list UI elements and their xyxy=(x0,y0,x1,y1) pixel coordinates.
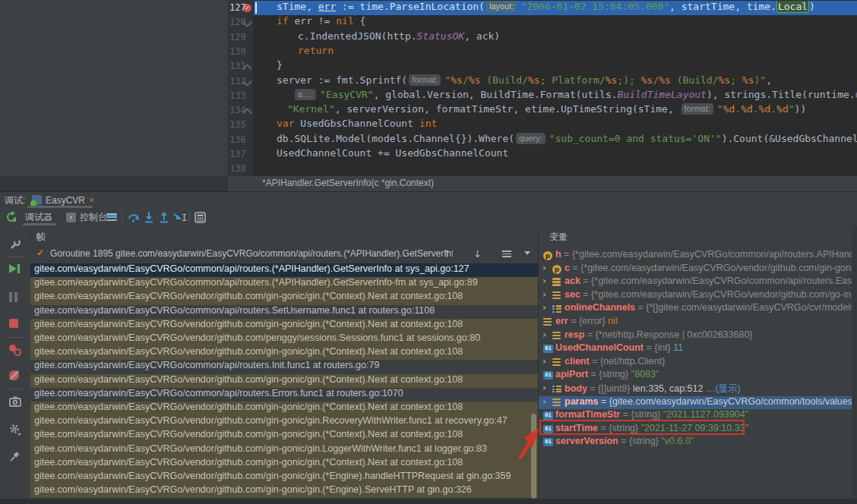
pin-icon xyxy=(9,451,21,462)
settings-wrench-button[interactable] xyxy=(9,238,21,250)
variable-row[interactable]: ›pc = {*gitee.com/easydarwin/EasyCVRGo/v… xyxy=(539,263,852,276)
stack-frame-row[interactable]: gitee.com/easydarwin/EasyCVRGo/common/ap… xyxy=(30,277,538,291)
stack-frame-row[interactable]: gitee.com/easydarwin/EasyCVRGo/vendor/gi… xyxy=(30,429,538,443)
variables-scrollbar-gutter[interactable] xyxy=(852,226,857,504)
expand-chevron-icon[interactable]: › xyxy=(542,276,546,286)
run-to-cursor-button[interactable]: I xyxy=(173,210,187,224)
goroutine-selector[interactable]: ✓ Goroutine 1895 gitee.com/easydarwin/Ea… xyxy=(30,244,538,264)
code-line[interactable]: UsedChannelCount += UsedGbsChannelCount xyxy=(254,147,857,162)
variable-row[interactable]: ›resp = {*net/http.Response | 0xc0026336… xyxy=(539,329,852,343)
code-editor[interactable]: sTime, err := time.ParseInLocation(layou… xyxy=(254,0,857,176)
value-part: "8083" xyxy=(631,369,659,380)
equals-sign: = xyxy=(590,356,600,367)
code-line[interactable]: a…:"EasyCVR", global.Version, BuildTime.… xyxy=(254,89,857,103)
close-icon[interactable]: × xyxy=(89,195,94,206)
stop-button[interactable] xyxy=(9,319,21,331)
stack-frame-row[interactable]: gitee.com/easydarwin/EasyCVRGo/common/ap… xyxy=(30,388,538,402)
code-line[interactable]: } xyxy=(254,59,857,74)
resume-button[interactable] xyxy=(9,264,21,276)
step-over-button[interactable] xyxy=(128,210,140,224)
stack-frame-row[interactable]: gitee.com/easydarwin/EasyCVRGo/vendor/gi… xyxy=(30,402,538,415)
stack-frame-row[interactable]: gitee.com/easydarwin/EasyCVRGo/vendor/gi… xyxy=(30,415,538,429)
stack-frame-row[interactable]: gitee.com/easydarwin/EasyCVRGo/vendor/gi… xyxy=(30,484,538,498)
debug-toolbar: 调试器 › 控制台 xyxy=(0,208,857,227)
variable-row[interactable]: ›body = {[]uint8} len:335, cap:512 …(显示) xyxy=(539,383,852,396)
stack-frame-row[interactable]: gitee.com/easydarwin/EasyCVRGo/vendor/gi… xyxy=(30,457,538,471)
debug-panel-label: 调试: xyxy=(5,194,25,207)
expand-chevron-icon[interactable]: › xyxy=(542,302,546,313)
evaluate-expression-button[interactable] xyxy=(194,210,206,224)
equals-sign: = xyxy=(618,436,629,446)
code-line[interactable]: if err != nil { xyxy=(254,15,857,30)
array-icon xyxy=(552,385,561,393)
editor-gutter[interactable]: ✓127128129130131132133134135136137138 xyxy=(228,0,254,176)
stack-frame-row[interactable]: gitee.com/easydarwin/EasyCVRGo/common/ap… xyxy=(30,263,538,277)
variable-name: h xyxy=(555,249,561,260)
frame-down-icon[interactable]: ↓ xyxy=(473,248,482,260)
tab-easycvr-label: EasyCVR xyxy=(46,195,85,206)
chevron-down-icon[interactable] xyxy=(524,251,530,255)
expand-chevron-icon[interactable]: › xyxy=(542,396,546,407)
variable-text: onlineChannels = {*[]gitee.com/easydarwi… xyxy=(564,302,852,313)
tab-console[interactable]: › 控制台 xyxy=(66,210,107,224)
code-line[interactable]: var UsedGbsChannelCount int xyxy=(254,118,857,132)
variable-row[interactable]: err = {error} nil xyxy=(539,316,852,329)
variable-name: sec xyxy=(564,289,580,300)
stack-frame-row[interactable]: gitee.com/easydarwin/EasyCVRGo/common/ap… xyxy=(30,360,538,373)
stack-view-icon[interactable] xyxy=(502,250,511,257)
code-line[interactable]: server := fmt.Sprintf(format:"%s/%s (Bui… xyxy=(254,74,857,89)
view-breakpoints-button[interactable] xyxy=(9,345,21,357)
stack-frame-row[interactable]: gitee.com/easydarwin/EasyCVRGo/vendor/gi… xyxy=(30,374,538,388)
stack-frame-row[interactable]: gitee.com/easydarwin/EasyCVRGo/vendor/gi… xyxy=(30,332,538,346)
variable-row[interactable]: 01apiPort = {string} "8083" xyxy=(539,369,852,383)
value-part: {*net/http.Response | 0xc002633680} xyxy=(596,329,753,340)
code-token: nil xyxy=(336,15,353,27)
show-link[interactable]: (显示) xyxy=(715,383,740,394)
camera-button[interactable] xyxy=(9,396,21,408)
layout-options-button[interactable] xyxy=(106,210,117,224)
expand-chevron-icon[interactable]: › xyxy=(542,356,546,367)
stack-frame-row[interactable]: gitee.com/easydarwin/EasyCVRGo/vendor/gi… xyxy=(30,319,538,332)
debugger-settings-button[interactable] xyxy=(9,424,21,436)
variable-row[interactable]: ›client = {net/http.Client} xyxy=(539,356,852,370)
code-line[interactable]: db.SQLite.Model(models.Channel{}).Where(… xyxy=(254,133,857,147)
code-line[interactable]: "Kernel", serverVersion, formatTimeStr, … xyxy=(254,103,857,118)
code-token: Local xyxy=(776,1,809,13)
code-line[interactable]: sTime, err := time.ParseInLocation(layou… xyxy=(254,1,857,15)
rerun-button[interactable] xyxy=(5,210,17,224)
variable-row[interactable]: ›params = {gitee.com/easydarwin/EasyCVRG… xyxy=(539,396,852,410)
code-token: layout: xyxy=(486,1,517,12)
step-into-button[interactable] xyxy=(144,210,154,224)
step-out-button[interactable] xyxy=(159,210,169,224)
stack-frame-row[interactable]: gitee.com/easydarwin/EasyCVRGo/vendor/gi… xyxy=(30,291,538,304)
breadcrumb[interactable]: *APIHandler.GetServerInfo(c *gin.Context… xyxy=(262,178,434,188)
expand-chevron-icon[interactable]: › xyxy=(542,329,546,340)
line-number: 131 xyxy=(228,59,253,74)
code-token: server := fmt.Sprintf( xyxy=(277,74,407,86)
expand-chevron-icon[interactable]: › xyxy=(542,383,546,393)
variable-row[interactable]: 01UsedChannelCount = {int} 11 xyxy=(539,342,852,356)
stack-frame-row[interactable]: gitee.com/easydarwin/EasyCVRGo/vendor/gi… xyxy=(30,471,538,484)
stack-frame-row[interactable]: gitee.com/easydarwin/EasyCVRGo/vendor/gi… xyxy=(30,443,538,457)
variable-row[interactable]: ›onlineChannels = {*[]gitee.com/easydarw… xyxy=(539,302,852,316)
expand-chevron-icon[interactable]: › xyxy=(542,263,546,273)
mute-breakpoints-button[interactable] xyxy=(9,370,21,383)
tab-debugger[interactable]: 调试器 xyxy=(25,210,52,224)
code-line[interactable]: return xyxy=(254,45,857,59)
variable-row[interactable]: ›sec = {*gitee.com/easydarwin/EasyCVRGo/… xyxy=(539,289,852,303)
pin-button[interactable] xyxy=(9,451,21,463)
bottom-strip xyxy=(0,499,857,504)
code-line[interactable] xyxy=(254,162,857,176)
value-part: {*gitee.com/easydarwin/EasyCVRGo/vendor/… xyxy=(580,263,852,273)
variable-row[interactable]: 01serverVersion = {string} "v0.6.0" xyxy=(539,436,852,449)
code-token: , serverVersion, formatTimeStr, etime.Up… xyxy=(335,103,680,115)
stack-frame-row[interactable]: gitee.com/easydarwin/EasyCVRGo/common/ap… xyxy=(30,305,538,319)
stack-frame-row[interactable]: gitee.com/easydarwin/EasyCVRGo/vendor/gi… xyxy=(30,346,538,360)
code-line[interactable]: c.IndentedJSON(http.StatusOK, ack) xyxy=(254,30,857,45)
pause-button[interactable] xyxy=(9,291,21,304)
expand-chevron-icon[interactable]: › xyxy=(542,289,546,300)
frame-up-icon[interactable]: ↑ xyxy=(443,248,451,260)
variable-row[interactable]: ›ack = {*gitee.com/easydarwin/EasyCVRGo/… xyxy=(539,276,852,289)
goroutine-label: Goroutine 1895 gitee.com/easydarwin/Easy… xyxy=(50,248,453,259)
variable-row[interactable]: ph = {*gitee.com/easydarwin/EasyCVRGo/co… xyxy=(539,249,852,263)
